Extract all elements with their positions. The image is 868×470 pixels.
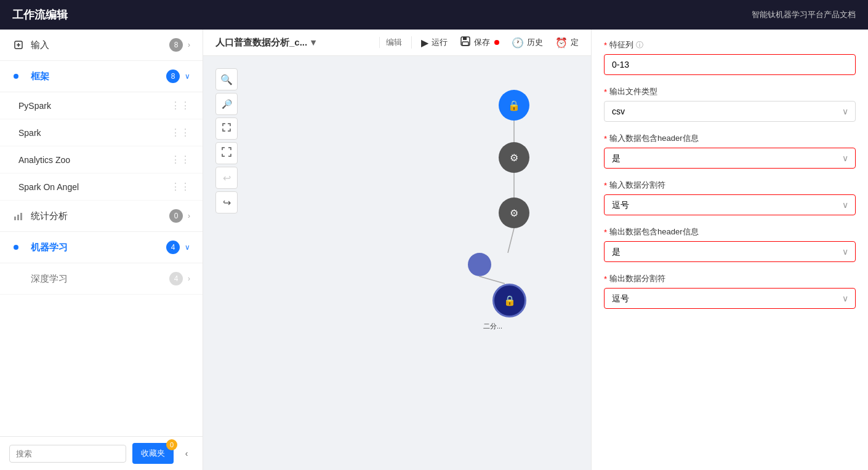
- node-2-icon: ⚙: [510, 152, 518, 164]
- output-delimiter-select[interactable]: 逗号 制表符 空格: [604, 288, 856, 309]
- list-item-spark[interactable]: Spark ⋮⋮: [0, 119, 203, 146]
- save-dot: [494, 40, 499, 45]
- output-type-select[interactable]: csv json parquet: [604, 101, 856, 122]
- form-section-output-delimiter: * 输出数据分割符 逗号 制表符 空格 ∨: [604, 273, 856, 309]
- list-item-analytics-zoo[interactable]: Analytics Zoo ⋮⋮: [0, 146, 203, 173]
- timer-label: 定: [571, 37, 579, 48]
- spark-on-angel-label: Spark On Angel: [18, 182, 171, 192]
- feature-range-input[interactable]: [604, 54, 856, 75]
- favorites-label: 收藏夹: [141, 448, 165, 458]
- history-button[interactable]: 🕐 历史: [512, 37, 543, 49]
- fit-icon: [222, 122, 231, 135]
- zoom-out-button[interactable]: 🔎: [215, 93, 238, 115]
- run-button[interactable]: ▶ 运行: [421, 37, 448, 49]
- fullscreen-button[interactable]: [215, 142, 238, 164]
- drag-icon-analytics-zoo: ⋮⋮: [171, 154, 190, 165]
- sidebar-count-input: 8: [169, 38, 183, 52]
- canvas-area: 人口普查数据分析_c... ▾ 编辑 ▶ 运行 保存 🕐: [203, 30, 591, 470]
- form-section-input-header: * 输入数据包含header信息 是 否 ∨: [604, 133, 856, 169]
- history-icon: 🕐: [512, 37, 524, 49]
- favorites-button[interactable]: 0 收藏夹: [132, 443, 174, 464]
- output-header-select[interactable]: 是 否: [604, 241, 856, 262]
- form-section-feature-range: * 特征列 ⓘ: [604, 39, 856, 75]
- svg-rect-3: [14, 217, 16, 220]
- redo-icon: ↪: [223, 197, 231, 209]
- sidebar-count-stats: 0: [169, 209, 183, 223]
- sidebar-chevron-deep-learning: ›: [188, 274, 190, 283]
- required-star-output-delimiter: *: [604, 274, 607, 284]
- svg-rect-5: [20, 213, 22, 220]
- input-icon: [12, 39, 25, 51]
- canvas-node-3[interactable]: ⚙: [499, 197, 529, 228]
- sidebar-label-deep-learning: 深度学习: [31, 273, 169, 285]
- input-header-select-wrapper: 是 否 ∨: [604, 148, 856, 169]
- node-5-icon: 🔒: [504, 295, 516, 306]
- doc-link[interactable]: 智能钛机器学习平台产品文档: [752, 9, 856, 20]
- canvas-controls: 🔍 🔎: [215, 68, 238, 213]
- info-icon-feature-range[interactable]: ⓘ: [636, 40, 643, 50]
- framework-sub-list: PySpark ⋮⋮ Spark ⋮⋮ Analytics Zoo ⋮⋮ Spa…: [0, 92, 203, 201]
- sidebar-item-framework[interactable]: 框架 8 ∨: [0, 61, 203, 92]
- search-input[interactable]: [9, 445, 126, 463]
- required-star-output-header: *: [604, 228, 607, 237]
- sidebar-label-framework: 框架: [31, 71, 166, 82]
- node-1-icon: 🔒: [508, 100, 520, 111]
- form-section-output-type: * 输出文件类型 csv json parquet ∨: [604, 86, 856, 122]
- sidebar-chevron-ml: ∨: [185, 243, 190, 252]
- sidebar-label-ml: 机器学习: [31, 242, 166, 253]
- canvas-node-2[interactable]: ⚙: [499, 142, 529, 173]
- node-5-label: 二分...: [483, 322, 502, 331]
- input-header-select[interactable]: 是 否: [604, 148, 856, 169]
- form-label-output-header: * 输出数据包含header信息: [604, 226, 856, 237]
- fullscreen-icon: [222, 147, 231, 159]
- canvas-node-4[interactable]: [468, 253, 491, 276]
- save-icon: [460, 36, 471, 49]
- redo-button[interactable]: ↪: [215, 191, 238, 213]
- stats-icon: [12, 210, 25, 222]
- zoom-out-icon: 🔎: [222, 99, 232, 109]
- output-type-select-wrapper: csv json parquet ∨: [604, 101, 856, 122]
- sidebar-count-ml: 4: [166, 241, 180, 254]
- form-label-output-type: * 输出文件类型: [604, 86, 856, 97]
- canvas-toolbar: 人口普查数据分析_c... ▾ 编辑 ▶ 运行 保存 🕐: [203, 30, 591, 56]
- zoom-in-button[interactable]: 🔍: [215, 68, 238, 90]
- sidebar-label-stats: 统计分析: [31, 210, 169, 222]
- required-star-input-delimiter: *: [604, 181, 607, 190]
- favorites-badge: 0: [166, 439, 177, 450]
- fit-button[interactable]: [215, 118, 238, 140]
- sidebar-item-stats[interactable]: 统计分析 0 ›: [0, 201, 203, 232]
- svg-rect-8: [462, 42, 468, 46]
- canvas-node-1[interactable]: 🔒: [499, 90, 529, 121]
- form-section-input-delimiter: * 输入数据分割符 逗号 制表符 空格 ∨: [604, 180, 856, 215]
- canvas-content: 🔍 🔎: [203, 56, 591, 470]
- form-label-feature-range: * 特征列 ⓘ: [604, 39, 856, 50]
- svg-line-12: [479, 276, 505, 284]
- list-item-pyspark[interactable]: PySpark ⋮⋮: [0, 92, 203, 119]
- save-button[interactable]: 保存: [460, 36, 499, 49]
- required-star-output-type: *: [604, 87, 607, 97]
- sidebar-item-input[interactable]: 输入 8 ›: [0, 30, 203, 61]
- workflow-dropdown-button[interactable]: ▾: [311, 37, 316, 48]
- form-label-output-delimiter: * 输出数据分割符: [604, 273, 856, 284]
- timer-button[interactable]: ⏰ 定: [555, 37, 579, 49]
- output-delimiter-select-wrapper: 逗号 制表符 空格 ∨: [604, 288, 856, 309]
- list-item-spark-on-angel[interactable]: Spark On Angel ⋮⋮: [0, 173, 203, 201]
- sidebar-item-ml[interactable]: 机器学习 4 ∨: [0, 232, 203, 263]
- sidebar: 输入 8 › 框架 8 ∨ PySpark ⋮⋮ Spark ⋮⋮ Analyt: [0, 30, 203, 470]
- toolbar-actions: ▶ 运行 保存 🕐 历史 ⏰ 定: [421, 36, 579, 49]
- undo-button[interactable]: ↩: [215, 167, 238, 189]
- output-header-select-wrapper: 是 否 ∨: [604, 241, 856, 262]
- sidebar-count-deep-learning: 4: [169, 272, 183, 285]
- input-delimiter-select[interactable]: 逗号 制表符 空格: [604, 194, 856, 215]
- sidebar-item-deep-learning[interactable]: 深度学习 4 ›: [0, 263, 203, 295]
- framework-icon: [12, 70, 25, 82]
- canvas-node-5[interactable]: 🔒: [492, 284, 526, 317]
- sidebar-chevron-framework: ∨: [185, 72, 190, 81]
- drag-icon-spark: ⋮⋮: [171, 127, 190, 138]
- right-panel: * 特征列 ⓘ * 输出文件类型 csv json parquet ∨: [591, 30, 868, 470]
- sidebar-chevron-input: ›: [188, 41, 190, 49]
- edit-button[interactable]: 编辑: [379, 37, 402, 48]
- collapse-sidebar-button[interactable]: ‹: [180, 445, 193, 462]
- sidebar-chevron-stats: ›: [188, 212, 190, 220]
- workflow-name: 人口普查数据分析_c...: [215, 37, 307, 49]
